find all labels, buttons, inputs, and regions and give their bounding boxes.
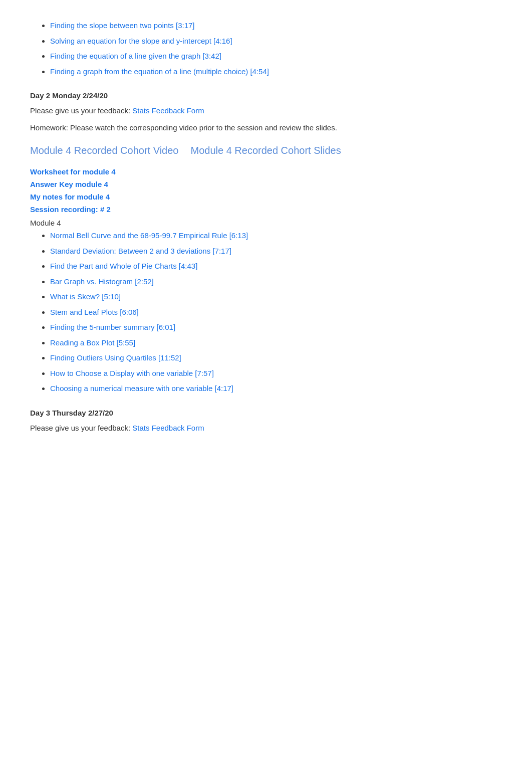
list-item: Finding a graph from the equation of a l…	[50, 66, 502, 78]
session-recording-link[interactable]: Session recording: # 2	[30, 205, 502, 214]
top-bullet-list: Finding the slope between two points [3:…	[30, 20, 502, 77]
day2-list-link[interactable]: What is Skew? [5:10]	[50, 292, 121, 301]
list-item: Finding Outliers Using Quartiles [11:52]	[50, 352, 502, 364]
day2-list-link[interactable]: Finding Outliers Using Quartiles [11:52]	[50, 353, 181, 362]
top-list-link[interactable]: Finding the equation of a line given the…	[50, 52, 221, 60]
list-item: Choosing a numerical measure with one va…	[50, 383, 502, 395]
list-item: Stem and Leaf Plots [6:06]	[50, 307, 502, 318]
day2-list-link[interactable]: How to Choose a Display with one variabl…	[50, 369, 214, 377]
day3-feedback-link[interactable]: Stats Feedback Form	[132, 424, 204, 432]
module-label: Module 4	[30, 219, 502, 227]
module-links-row: Module 4 Recorded Cohort Video Module 4 …	[30, 143, 502, 158]
day2-feedback-line: Please give us your feedback: Stats Feed…	[30, 105, 502, 117]
list-item: Normal Bell Curve and the 68-95-99.7 Emp…	[50, 230, 502, 242]
list-item: Standard Deviation: Between 2 and 3 devi…	[50, 246, 502, 257]
day3-heading: Day 3 Thursday 2/27/20	[30, 409, 502, 417]
list-item: Finding the equation of a line given the…	[50, 51, 502, 62]
day2-heading: Day 2 Monday 2/24/20	[30, 91, 502, 100]
day2-list-link[interactable]: Standard Deviation: Between 2 and 3 devi…	[50, 247, 231, 255]
module-video-link[interactable]: Module 4 Recorded Cohort Video	[30, 143, 178, 158]
list-item: How to Choose a Display with one variabl…	[50, 368, 502, 379]
day2-list-link[interactable]: Bar Graph vs. Histogram [2:52]	[50, 277, 154, 286]
list-item: Find the Part and Whole of Pie Charts [4…	[50, 261, 502, 272]
day2-list-link[interactable]: Normal Bell Curve and the 68-95-99.7 Emp…	[50, 231, 248, 240]
list-item: Finding the slope between two points [3:…	[50, 20, 502, 32]
day2-list-link[interactable]: Find the Part and Whole of Pie Charts [4…	[50, 262, 197, 270]
top-list-link[interactable]: Solving an equation for the slope and y-…	[50, 37, 232, 45]
top-list-link[interactable]: Finding the slope between two points [3:…	[50, 21, 195, 30]
list-item: Solving an equation for the slope and y-…	[50, 36, 502, 47]
day2-list-link[interactable]: Reading a Box Plot [5:55]	[50, 338, 135, 347]
answer-key-link[interactable]: Answer Key module 4	[30, 180, 502, 188]
module-slides-link[interactable]: Module 4 Recorded Cohort Slides	[190, 143, 341, 158]
day3-feedback-line: Please give us your feedback: Stats Feed…	[30, 422, 502, 434]
list-item: What is Skew? [5:10]	[50, 291, 502, 303]
day3-feedback-prefix: Please give us your feedback:	[30, 424, 130, 432]
day2-feedback-link[interactable]: Stats Feedback Form	[132, 106, 204, 115]
day2-list-link[interactable]: Finding the 5-number summary [6:01]	[50, 323, 175, 331]
top-list-link[interactable]: Finding a graph from the equation of a l…	[50, 67, 269, 76]
day2-homework: Homework: Please watch the corresponding…	[30, 122, 502, 134]
list-item: Finding the 5-number summary [6:01]	[50, 322, 502, 333]
list-item: Reading a Box Plot [5:55]	[50, 337, 502, 349]
worksheet-link[interactable]: Worksheet for module 4	[30, 167, 502, 176]
day2-list-link[interactable]: Choosing a numerical measure with one va…	[50, 384, 233, 393]
day2-bullet-list: Normal Bell Curve and the 68-95-99.7 Emp…	[30, 230, 502, 395]
list-item: Bar Graph vs. Histogram [2:52]	[50, 276, 502, 288]
my-notes-link[interactable]: My notes for module 4	[30, 192, 502, 201]
day2-feedback-prefix: Please give us your feedback:	[30, 106, 130, 115]
day2-list-link[interactable]: Stem and Leaf Plots [6:06]	[50, 308, 139, 316]
